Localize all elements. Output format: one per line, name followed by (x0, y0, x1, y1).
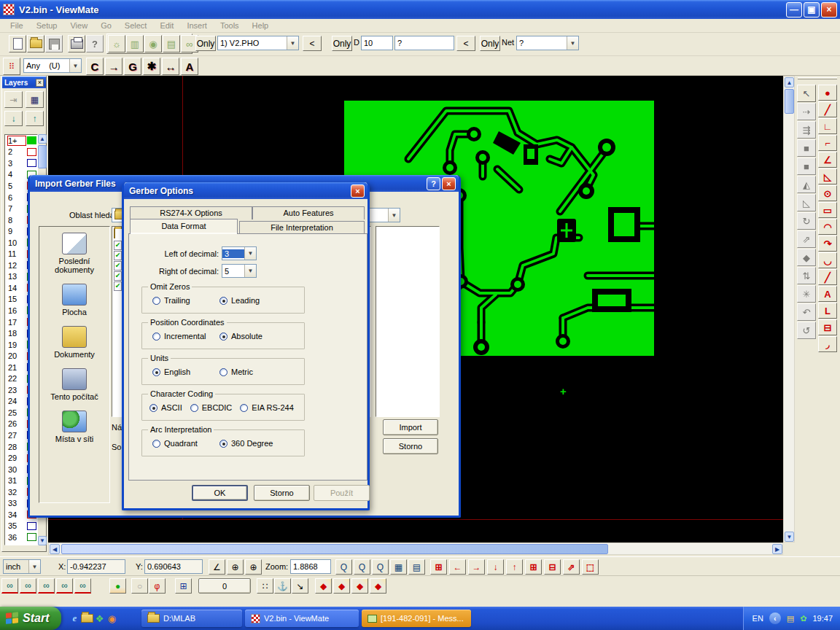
probe-origin-icon[interactable]: ⊕ (245, 559, 262, 575)
layer-color-swatch[interactable] (27, 159, 36, 167)
snap-arrows-icon[interactable]: ↘ (292, 578, 308, 594)
chevron-down-icon[interactable]: ▼ (287, 36, 298, 50)
film-colors-icon[interactable]: ▤ (163, 35, 180, 52)
scroll-left-icon[interactable]: ◀ (50, 544, 60, 554)
corner-trace-tool[interactable]: ⌐ (818, 135, 837, 151)
print-icon[interactable] (68, 35, 85, 52)
rectangle-tool[interactable]: ▭ (818, 202, 837, 218)
language-indicator[interactable]: EN (752, 614, 763, 623)
shear-tool[interactable]: ◺ (797, 194, 816, 211)
only-dcode-button[interactable]: Only (332, 36, 352, 51)
zoom-select-icon[interactable]: Q (354, 559, 370, 575)
aperture-list-icon[interactable]: ⠿ (3, 58, 20, 75)
vertical-scrollbar[interactable]: ▲ ▼ (783, 76, 795, 542)
import-close-icon[interactable]: × (442, 177, 456, 190)
context-help-icon[interactable]: ? (86, 35, 104, 52)
scale-tool[interactable]: ⇗ (797, 230, 816, 248)
dimension-tool[interactable]: ⊟ (818, 319, 837, 335)
layer-attach-icon[interactable]: ⇥ (4, 91, 23, 108)
copy-tool[interactable]: ⇶ (797, 121, 816, 139)
circle-tool[interactable]: ⊙ (818, 185, 837, 201)
parent-folder-icon[interactable] (114, 228, 115, 238)
layer-color-swatch[interactable] (27, 136, 36, 144)
triangle-tool[interactable]: ◺ (818, 168, 837, 184)
rotation-value[interactable]: 0 (198, 578, 251, 594)
layer-row[interactable]: 35 (5, 521, 37, 532)
film-tools-icon[interactable]: ▥ (126, 35, 144, 52)
view-all-glasses-icon[interactable]: ∞ (74, 578, 91, 594)
radio-option[interactable]: English (152, 368, 217, 376)
radio-option[interactable]: Quadrant (152, 439, 217, 448)
selection-frame-icon[interactable]: ⬚ (582, 559, 599, 575)
pan-up-icon[interactable]: ↑ (506, 559, 523, 575)
import-help-icon[interactable]: ? (427, 177, 440, 190)
zoom-window-icon[interactable]: Q (372, 559, 389, 575)
dcode-flash-icon[interactable]: ✱ (143, 58, 160, 75)
net-combo[interactable]: ? ▼ (516, 36, 579, 50)
grid-cross-icon[interactable]: ⊞ (430, 559, 447, 575)
tray-collapse-icon[interactable]: ‹ (769, 612, 781, 624)
traffic-light-icon[interactable]: ● (109, 578, 126, 594)
menu-item[interactable]: Help (246, 20, 275, 31)
import-cancel-button[interactable]: Storno (383, 438, 438, 454)
internet-explorer-icon[interactable]: e (69, 612, 81, 625)
layers-panel-titlebar[interactable]: Layers × (2, 77, 46, 88)
chevron-down-icon[interactable]: ▼ (69, 59, 81, 72)
zoom-in-icon[interactable]: Q (335, 559, 352, 575)
tab-data-format[interactable]: Data Format (130, 219, 238, 234)
grid-combine-icon[interactable]: ⊞ (525, 559, 542, 575)
radio-option[interactable]: Absolute (219, 332, 284, 341)
move-to-tool[interactable]: ⇢ (797, 103, 816, 120)
restore-button[interactable]: ▣ (804, 2, 820, 18)
dot-grid-icon[interactable]: ∷ (257, 578, 273, 594)
film-dcode-icon[interactable]: ◉ (144, 35, 162, 52)
scroll-up-icon[interactable]: ▲ (785, 77, 794, 88)
settings-tool[interactable]: ✳ (797, 285, 816, 303)
firefox-icon[interactable]: ◉ (106, 612, 118, 625)
radio-option[interactable]: Trailing (152, 296, 217, 305)
measure-tool[interactable]: ↺ (797, 322, 816, 339)
view-pads-glasses-icon[interactable]: ∞ (1, 578, 18, 594)
horizontal-scroll-thumb[interactable] (61, 544, 608, 554)
zoom-value[interactable]: 1.8868 (290, 559, 331, 574)
radio-option[interactable]: Leading (219, 296, 284, 305)
place-desktop[interactable]: Plocha (40, 284, 109, 316)
dcode-draw-icon[interactable]: → (105, 58, 122, 75)
pad-copy-icon[interactable]: ◆ (370, 578, 386, 594)
scroll-right-icon[interactable]: ▶ (772, 544, 782, 554)
lamp-off-icon[interactable]: ○ (131, 578, 148, 594)
vertical-scroll-thumb[interactable] (785, 89, 794, 114)
polyline-tool[interactable]: ∟ (818, 118, 837, 134)
tab-auto-features[interactable]: Auto Features (252, 206, 365, 219)
hook-trace-tool[interactable]: ◞ (818, 336, 837, 352)
select-pointer-tool[interactable]: ↖ (797, 85, 816, 102)
angle-arc-tool[interactable]: ∠ (818, 152, 837, 168)
palette-gripper[interactable] (798, 77, 837, 79)
pan-left-icon[interactable]: ← (449, 559, 466, 575)
radio-option[interactable]: Incremental (152, 332, 217, 341)
mirror-tool[interactable]: ◭ (797, 176, 816, 193)
rotate-tool[interactable]: ↻ (797, 212, 816, 230)
window-grid-icon[interactable]: ⊞ (175, 578, 192, 594)
left-of-decimal-combo[interactable]: 3 ▼ (222, 246, 257, 260)
place-recent-documents[interactable]: Poslední dokumenty (40, 233, 109, 274)
pad-move-icon[interactable]: ◆ (351, 578, 368, 594)
taskbar-button-viewmate[interactable]: V2.bin - ViewMate (245, 610, 359, 627)
pad-highlight-icon[interactable]: ◆ (315, 578, 332, 594)
apply-button[interactable]: Použít (314, 485, 370, 501)
menu-item[interactable]: Go (95, 20, 117, 31)
ok-button[interactable]: OK (192, 485, 248, 501)
grid-half-icon[interactable]: ▤ (408, 559, 425, 575)
place-my-computer[interactable]: Tento počítač (40, 368, 109, 401)
layer-color-swatch[interactable] (27, 533, 36, 541)
pan-down-icon[interactable]: ↓ (487, 559, 504, 575)
chevron-down-icon[interactable]: ▼ (244, 247, 256, 260)
dcode-g-icon[interactable]: G (124, 58, 141, 75)
grid-full-icon[interactable]: ▦ (390, 559, 407, 575)
menu-item[interactable]: Tools (214, 20, 245, 31)
layers-scroll-up-icon[interactable]: ▲ (38, 134, 47, 144)
radio-option[interactable]: EIA RS-244 (240, 403, 293, 412)
unit-combo[interactable]: inch ▼ (3, 559, 41, 574)
place-documents[interactable]: Dokumenty (40, 326, 109, 359)
layer-row[interactable]: 3 (5, 158, 37, 169)
